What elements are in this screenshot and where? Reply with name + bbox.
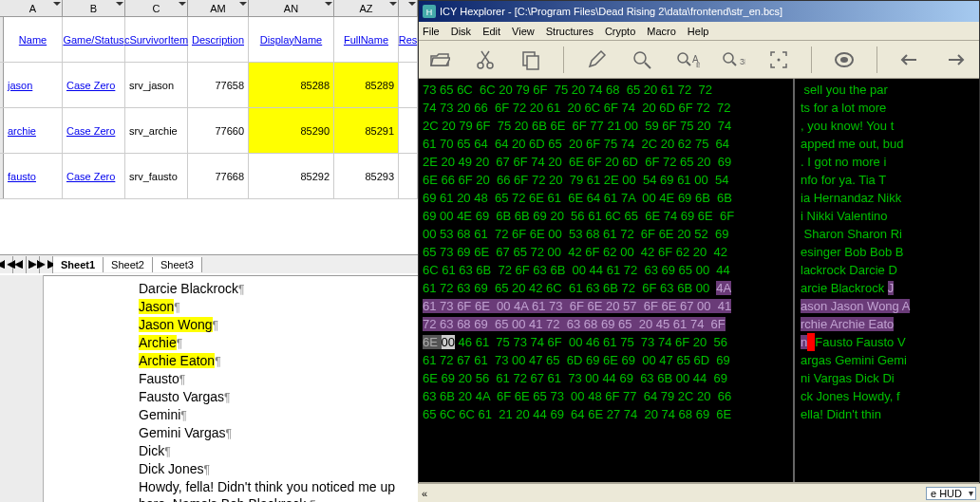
hex-ascii-row[interactable]: esinger Bob Bob B xyxy=(801,243,973,261)
hdr-csurv[interactable]: cSurvivorItem xyxy=(125,17,188,62)
hex-ascii-row[interactable]: ella! Didn't thin xyxy=(801,405,973,423)
doc-line[interactable]: Archie Eaton¶ xyxy=(139,352,412,370)
hex-byte-row[interactable]: 73 65 6C 6C 20 79 6F 75 20 74 68 65 20 6… xyxy=(423,81,789,99)
menu-file[interactable]: File xyxy=(423,26,440,37)
hex-ascii-row[interactable]: Sharon Sharon Ri xyxy=(801,225,973,243)
hex-byte-row[interactable]: 6E 66 6F 20 66 6F 72 20 79 61 2E 00 54 6… xyxy=(423,171,789,189)
menu-view[interactable]: View xyxy=(512,26,535,37)
cell-display[interactable]: 85290 xyxy=(249,108,334,153)
search-text-icon[interactable]: AB xyxy=(674,46,701,73)
doc-line[interactable]: Howdy, fella! Didn't think you noticed m… xyxy=(139,478,412,502)
hex-byte-row[interactable]: 6C 61 63 6B 72 6F 63 6B 00 44 61 72 63 6… xyxy=(423,261,789,279)
cell-full[interactable]: 85291 xyxy=(334,108,399,153)
hex-editor-window[interactable]: H ICY Hexplorer - [C:\Program Files\Dead… xyxy=(418,0,980,502)
hud-dropdown[interactable]: e HUD xyxy=(926,487,976,500)
doc-line[interactable]: Gemini Vargas¶ xyxy=(139,424,412,442)
hex-ascii-row[interactable]: rchie Archie Eato xyxy=(801,315,973,333)
hex-ascii-row[interactable]: nfo for ya. Tia T xyxy=(801,171,973,189)
doc-line[interactable]: Fausto Vargas¶ xyxy=(139,388,412,406)
cell-partial[interactable] xyxy=(399,154,418,198)
doc-line[interactable]: Darcie Blackrock¶ xyxy=(139,280,412,298)
hex-byte-row[interactable]: 72 63 68 69 65 00 41 72 63 68 69 65 20 4… xyxy=(423,315,789,333)
open-icon[interactable] xyxy=(426,46,453,73)
cell-partial[interactable] xyxy=(399,108,418,153)
hdr-display[interactable]: DisplayName xyxy=(249,17,334,62)
hex-ascii-row[interactable]: argas Gemini Gemi xyxy=(801,351,973,369)
hex-ascii-row[interactable]: ck Jones Howdy, f xyxy=(801,387,973,405)
search-icon[interactable] xyxy=(629,46,655,73)
sheet-tab[interactable]: Sheet3 xyxy=(153,257,202,272)
hex-ascii-row[interactable]: i Nikki Valentino xyxy=(801,207,973,225)
col-header-AM[interactable]: AM xyxy=(188,0,249,16)
hex-byte-row[interactable]: 69 00 4E 69 6B 6B 69 20 56 61 6C 65 6E 7… xyxy=(423,207,789,225)
doc-line[interactable]: Archie¶ xyxy=(139,334,412,352)
tab-nav-prev[interactable]: ⯇ xyxy=(13,256,27,273)
menu-disk[interactable]: Disk xyxy=(451,26,471,37)
doc-line[interactable]: Dick Jones¶ xyxy=(139,460,412,478)
menu-macro[interactable]: Macro xyxy=(647,26,676,37)
col-header-partial[interactable] xyxy=(399,0,418,16)
search-hex-icon[interactable]: 3E xyxy=(720,46,746,73)
doc-line[interactable]: Fausto¶ xyxy=(139,370,412,388)
hex-byte-row[interactable]: 6E 00 46 61 75 73 74 6F 00 46 61 75 73 7… xyxy=(423,333,789,351)
hex-bytes-column[interactable]: 73 65 6C 6C 20 79 6F 75 20 74 68 65 20 6… xyxy=(419,79,793,482)
hex-byte-row[interactable]: 65 73 69 6E 67 65 72 00 42 6F 62 00 42 6… xyxy=(423,243,789,261)
cell-csurv[interactable]: srv_jason xyxy=(125,63,188,107)
hex-body[interactable]: 73 65 6C 6C 20 79 6F 75 20 74 68 65 20 6… xyxy=(419,79,979,482)
doc-line[interactable]: Jason¶ xyxy=(139,298,412,316)
hex-byte-row[interactable]: 74 73 20 66 6F 72 20 61 20 6C 6F 74 20 6… xyxy=(423,99,789,117)
cell-game[interactable]: Case Zero xyxy=(63,108,125,153)
sheet-tabs[interactable]: ⯇⯇ ⯇ ⯈ ⯈⯈ Sheet1Sheet2Sheet3 xyxy=(0,254,418,273)
cell-csurv[interactable]: srv_fausto xyxy=(125,154,188,198)
next-icon[interactable] xyxy=(942,46,969,73)
cell-name[interactable]: fausto xyxy=(4,154,63,198)
edit-icon[interactable] xyxy=(583,46,610,73)
hdr-desc[interactable]: Description xyxy=(188,17,249,62)
toggle-icon[interactable] xyxy=(831,46,858,73)
hex-byte-row[interactable]: 2C 20 79 6F 75 20 6B 6E 6F 77 21 00 59 6… xyxy=(423,117,789,135)
hdr-name[interactable]: Name xyxy=(4,17,63,62)
cut-icon[interactable] xyxy=(472,46,499,73)
col-header-B[interactable]: B xyxy=(63,0,125,16)
hex-byte-row[interactable]: 61 73 6F 6E 00 4A 61 73 6F 6E 20 57 6F 6… xyxy=(423,297,789,315)
cell-name[interactable]: archie xyxy=(4,108,63,153)
cell-desc[interactable]: 77658 xyxy=(188,63,249,107)
table-row[interactable]: fausto Case Zero srv_fausto 77668 85292 … xyxy=(0,154,418,199)
hdr-partial[interactable]: Res xyxy=(399,17,418,62)
hex-byte-row[interactable]: 69 61 20 48 65 72 6E 61 6E 64 61 7A 00 4… xyxy=(423,189,789,207)
hex-byte-row[interactable]: 61 72 67 61 73 00 47 65 6D 69 6E 69 00 4… xyxy=(423,351,789,369)
table-row[interactable]: archie Case Zero srv_archie 77660 85290 … xyxy=(0,108,418,154)
col-header-AN[interactable]: AN xyxy=(249,0,334,16)
col-header-A[interactable]: A xyxy=(4,0,63,16)
cell-display[interactable]: 85292 xyxy=(249,154,334,198)
cell-desc[interactable]: 77668 xyxy=(188,154,249,198)
doc-content[interactable]: Darcie Blackrock¶Jason¶Jason Wong¶Archie… xyxy=(44,275,418,502)
cell-game[interactable]: Case Zero xyxy=(63,63,125,107)
cell-desc[interactable]: 77660 xyxy=(188,108,249,153)
cell-csurv[interactable]: srv_archie xyxy=(125,108,188,153)
table-row[interactable]: jason Case Zero srv_jason 77658 85288 85… xyxy=(0,63,418,108)
hdr-game-status[interactable]: Game/Status xyxy=(63,17,125,62)
hex-ascii-column[interactable]: sell you the parts for a lot more, you k… xyxy=(793,79,979,482)
menu-edit[interactable]: Edit xyxy=(482,26,500,37)
hex-ascii-row[interactable]: apped me out, bud xyxy=(801,135,973,153)
hex-ascii-row[interactable]: lackrock Darcie D xyxy=(801,261,973,279)
menu-structures[interactable]: Structures xyxy=(546,26,594,37)
hex-byte-row[interactable]: 2E 20 49 20 67 6F 74 20 6E 6F 20 6D 6F 7… xyxy=(423,153,789,171)
hex-ascii-row[interactable]: n Fausto Fausto V xyxy=(801,333,973,351)
cell-display[interactable]: 85288 xyxy=(249,63,334,107)
hex-ascii-row[interactable]: arcie Blackrock J xyxy=(801,279,973,297)
hex-ascii-row[interactable]: ason Jason Wong A xyxy=(801,297,973,315)
sheet-tab[interactable]: Sheet2 xyxy=(104,257,153,272)
prev-icon[interactable] xyxy=(896,46,923,73)
toolbar[interactable]: AB 3E xyxy=(419,41,979,79)
hex-byte-row[interactable]: 00 53 68 61 72 6F 6E 00 53 68 61 72 6F 6… xyxy=(423,225,789,243)
menu-help[interactable]: Help xyxy=(688,26,709,37)
hex-byte-row[interactable]: 63 6B 20 4A 6F 6E 65 73 00 48 6F 77 64 7… xyxy=(423,387,789,405)
tab-nav-last[interactable]: ⯈⯈ xyxy=(40,256,53,273)
fullscreen-icon[interactable] xyxy=(765,46,792,73)
hex-ascii-row[interactable]: ia Hernandaz Nikk xyxy=(801,189,973,207)
col-header-AZ[interactable]: AZ xyxy=(334,0,399,16)
tab-nav-first[interactable]: ⯇⯇ xyxy=(0,256,13,273)
hex-byte-row[interactable]: 6E 69 20 56 61 72 67 61 73 00 44 69 63 6… xyxy=(423,369,789,387)
